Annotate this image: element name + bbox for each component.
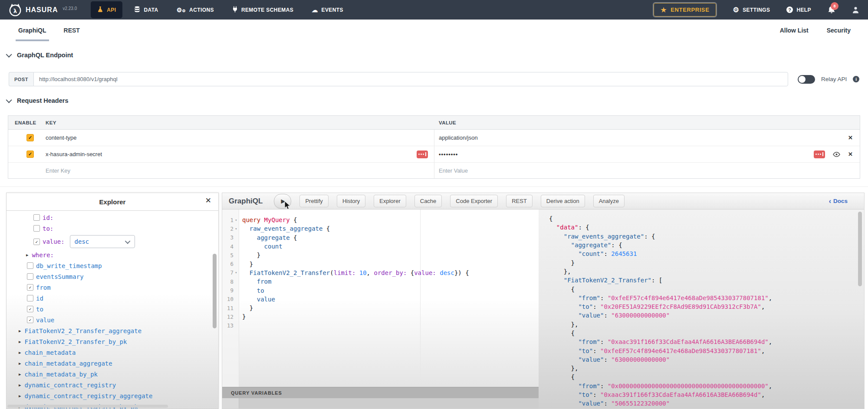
explorer-checkbox[interactable] [33,225,40,232]
help-icon: ? [786,7,793,13]
explorer-item-value[interactable]: value:desc [7,234,218,249]
explorer-item-eventsSummary[interactable]: eventsSummary [7,271,218,282]
toolbar-button-rest[interactable]: REST [506,195,533,207]
query-variables-editor[interactable] [222,398,539,409]
explorer-checkbox[interactable] [27,284,33,291]
nav-tab-data[interactable]: DATA [128,1,164,18]
explorer-item-label: chain_metadata [24,349,76,356]
explorer-horizontal-scrollbar[interactable] [7,405,168,408]
toolbar-button-prettify[interactable]: Prettify [299,195,328,207]
explorer-panel: Explorer ✕ id:to:value:desc▶where:db_wri… [6,193,219,409]
explorer-checkbox[interactable] [33,239,40,245]
nav-tab-remote-schemas[interactable]: REMOTE SCHEMAS [226,1,300,18]
execute-query-button[interactable]: ▶ [274,194,291,209]
explorer-item-FiatTokenV2_2_Transfer_aggregate[interactable]: ▶FiatTokenV2_2_Transfer_aggregate [7,325,218,336]
explorer-item-id[interactable]: id [7,293,218,304]
explorer-checkbox[interactable] [27,262,33,269]
header-value-cell[interactable]: application/json [439,134,478,141]
toolbar-button-analyze[interactable]: Analyze [593,195,625,207]
explorer-item-db_write_timestamp[interactable]: db_write_timestamp [7,260,218,271]
hasura-logo[interactable]: λ HASURA v2.23.0 [9,3,77,17]
tree-arrow-icon[interactable]: ▶ [19,383,21,387]
toolbar-button-code-exporter[interactable]: Code Exporter [450,195,498,207]
explorer-item-chain_metadata_aggregate[interactable]: ▶chain_metadata_aggregate [7,358,218,369]
chevron-down-icon [6,97,12,103]
tree-arrow-icon[interactable]: ▶ [26,253,28,257]
masked-secret-value[interactable]: •••••••• [439,151,458,157]
tree-arrow-icon[interactable]: ▶ [19,340,21,344]
explorer-item-value[interactable]: value [7,314,218,325]
info-icon[interactable]: i [853,76,859,82]
request-headers-title: Request Headers [17,97,68,104]
results-scrollbar[interactable] [858,212,862,286]
tab-rest[interactable]: REST [63,20,81,41]
close-icon[interactable]: ✕ [205,197,211,204]
query-variables-bar[interactable]: QUERY VARIABLES [222,387,539,398]
endpoint-row: POST Relay API i [9,72,860,86]
explorer-item-FiatTokenV2_2_Transfer_by_pk[interactable]: ▶FiatTokenV2_2_Transfer_by_pk [7,336,218,347]
explorer-scrollbar[interactable] [213,254,217,328]
new-header-value-input[interactable]: Enter Value [439,167,468,174]
help-button[interactable]: ? HELP [786,7,811,13]
nav-tab-api[interactable]: API [91,1,122,18]
explorer-item-to[interactable]: to [7,304,218,314]
line-number: 9 [222,287,233,294]
query-editor[interactable]: 1▾query MyQuery {2▾ raw_events_aggregate… [222,209,539,409]
explorer-item-from[interactable]: from [7,282,218,293]
explorer-item-dynamic_contract_registry_aggregate[interactable]: ▶dynamic_contract_registry_aggregate [7,390,218,401]
order-by-dropdown[interactable]: desc [70,235,135,248]
endpoint-url-input[interactable] [33,72,788,86]
explorer-checkbox[interactable] [27,273,33,280]
enable-checkbox[interactable] [26,151,34,158]
explorer-checkbox[interactable] [27,306,33,312]
tree-arrow-icon[interactable]: ▶ [19,350,21,355]
relay-api-toggle[interactable] [798,75,815,84]
graphiql-workbench: Explorer ✕ id:to:value:desc▶where:db_wri… [0,187,868,409]
reveal-secret-eye-icon[interactable] [833,152,840,157]
account-button[interactable] [852,6,859,14]
explorer-item-where[interactable]: ▶where: [7,249,218,260]
toolbar-button-explorer[interactable]: Explorer [374,195,406,207]
fold-arrow-icon[interactable]: ▾ [233,218,239,222]
explorer-item-label: eventsSummary [36,273,84,280]
enable-checkbox[interactable] [26,134,34,141]
nav-tab-actions[interactable]: ⚙⚙ ACTIONS [170,1,220,18]
tree-arrow-icon[interactable]: ▶ [19,394,21,398]
enterprise-button[interactable]: ★ ENTERPRISE [654,3,716,16]
tree-arrow-icon[interactable]: ▶ [19,329,21,333]
request-headers-section-toggle[interactable]: Request Headers [7,97,68,104]
fold-arrow-icon[interactable]: ▾ [233,271,239,275]
remove-header-button[interactable]: ✕ [848,135,853,141]
toolbar-button-history[interactable]: History [337,195,365,207]
settings-button[interactable]: ⚙ SETTINGS [733,7,770,13]
security-link[interactable]: Security [827,27,851,34]
column-enable: ENABLE [8,120,44,125]
explorer-checkbox[interactable] [33,214,40,221]
allow-list-link[interactable]: Allow List [780,27,809,34]
tree-arrow-icon[interactable]: ▶ [19,361,21,366]
explorer-item-chain_metadata_by_pk[interactable]: ▶chain_metadata_by_pk [7,369,218,380]
result-code-line: "FiatTokenV2_2_Transfer": [ [546,276,857,285]
explorer-item-id[interactable]: id: [7,212,218,223]
fold-arrow-icon[interactable]: ▾ [233,227,239,231]
explorer-item-dynamic_contract_registry[interactable]: ▶dynamic_contract_registry [7,380,218,390]
docs-link[interactable]: ‹ Docs [829,197,848,205]
endpoint-section-title: GraphQL Endpoint [17,52,73,59]
explorer-item-chain_metadata[interactable]: ▶chain_metadata [7,347,218,358]
header-row-content-type: content-type application/json ✕ [8,130,860,146]
tab-graphiql[interactable]: GraphiQL [17,20,47,41]
endpoint-section-toggle[interactable]: GraphQL Endpoint [7,52,73,59]
toolbar-button-cache[interactable]: Cache [414,195,442,207]
explorer-item-to[interactable]: to: [7,223,218,234]
new-header-key-input[interactable]: Enter Key [46,167,70,174]
header-key-cell[interactable]: content-type [46,134,77,141]
notifications-button[interactable]: 8 [828,6,835,14]
toolbar-button-derive-action[interactable]: Derive action [541,195,585,207]
explorer-checkbox[interactable] [27,317,33,323]
header-key-cell[interactable]: x-hasura-admin-secret [46,151,102,157]
nav-tab-events[interactable]: ☁ EVENTS [305,1,350,18]
explorer-item-label: dynamic_contract_registry_aggregate [24,393,152,399]
tree-arrow-icon[interactable]: ▶ [19,372,21,376]
explorer-checkbox[interactable] [27,295,33,301]
remove-header-button[interactable]: ✕ [848,151,853,157]
